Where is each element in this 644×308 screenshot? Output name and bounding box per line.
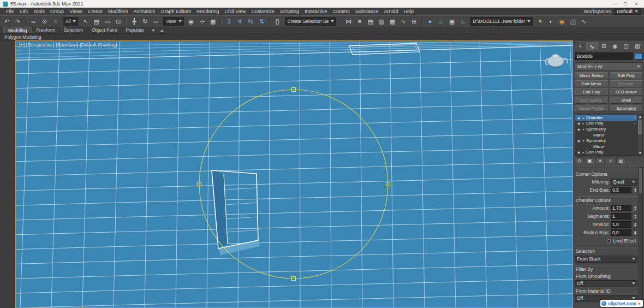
ribbon-panel-strip[interactable]: Polygon Modeling <box>0 34 644 40</box>
clip2net-watermark[interactable]: clip2net.com <box>600 300 643 307</box>
select-by-name-icon[interactable]: ▤ <box>91 16 102 26</box>
tab-populate[interactable]: Populate <box>121 27 148 33</box>
selection-source-dropdown[interactable]: From Stack <box>575 256 637 263</box>
tab-create[interactable]: + <box>575 42 586 50</box>
tension-input[interactable]: 1,0 <box>611 221 631 228</box>
tab-freeform[interactable]: Freeform <box>32 27 59 33</box>
visibility-icon[interactable]: ◉ <box>577 150 581 154</box>
menu-content[interactable]: Content <box>330 9 353 14</box>
bevel-profile-button[interactable]: Bevel Profile <box>575 105 609 112</box>
expand-icon[interactable]: ▾ <box>582 127 585 131</box>
tab-object-paint[interactable]: Object Paint <box>87 27 121 33</box>
toggle-ribbon-icon[interactable]: ▦ <box>387 16 397 26</box>
ribbon-minimize-icon[interactable] <box>158 27 166 33</box>
edit-mesh-button[interactable]: Edit Mesh <box>575 80 609 87</box>
expand-icon[interactable]: ▸ <box>582 150 585 154</box>
modifier-list-dropdown[interactable]: Modifier List <box>575 62 643 70</box>
light-icon[interactable]: ☀ <box>535 16 545 26</box>
scroll-thumb[interactable] <box>638 120 642 134</box>
select-and-scale-icon[interactable]: ▱ <box>151 16 161 26</box>
menu-group[interactable]: Group <box>47 9 67 14</box>
show-end-result-icon[interactable]: ▣ <box>585 157 594 164</box>
minimize-button[interactable]: — <box>610 1 619 8</box>
unlink-selection-icon[interactable]: ⊘ <box>39 16 50 26</box>
visibility-icon[interactable]: ◉ <box>577 116 581 120</box>
close-button[interactable]: × <box>631 1 641 8</box>
reference-coordinate-dropdown[interactable]: View <box>163 17 183 26</box>
expand-icon[interactable]: ▾ <box>582 139 585 143</box>
project-folder-dropdown[interactable]: D:\MODELLI...New folder <box>470 17 533 26</box>
menu-rendering[interactable]: Rendering <box>194 9 222 14</box>
spinner-snap-icon[interactable]: ⇅ <box>257 16 267 26</box>
undo-icon[interactable]: ↶ <box>2 16 12 26</box>
visibility-icon[interactable]: ◉ <box>577 127 581 131</box>
bind-to-space-warp-icon[interactable]: ≈ <box>50 16 61 26</box>
rendered-frame-window-icon[interactable]: ▣ <box>446 16 457 26</box>
ffd-4x4x4-button[interactable]: FFD 4x4x4 <box>610 88 643 96</box>
menu-views[interactable]: Views <box>67 9 85 14</box>
scroll-thumb[interactable] <box>639 168 642 193</box>
angle-snap-icon[interactable]: ∢ <box>235 16 245 26</box>
mirror-icon[interactable]: ⋈ <box>343 16 354 26</box>
mitering-dropdown[interactable]: Quad <box>611 179 637 186</box>
tab-modeling[interactable]: Modeling <box>3 27 32 33</box>
stats-icon[interactable]: ∿ <box>579 16 589 26</box>
mesh-select-button[interactable]: Mesh Select <box>575 72 609 79</box>
edit-named-selection-sets-icon[interactable]: {} <box>272 16 283 26</box>
object-name-input[interactable]: Box006 <box>575 52 633 60</box>
segments-input[interactable]: 1 <box>611 213 631 220</box>
radius-bias-spinner[interactable] <box>633 229 637 236</box>
menu-file[interactable]: File <box>3 9 17 14</box>
select-and-rotate-icon[interactable]: ↻ <box>140 16 150 26</box>
menu-edit[interactable]: Edit <box>17 9 31 14</box>
configure-modifier-sets-icon[interactable]: ▤ <box>616 157 625 164</box>
stack-edit-poly-1[interactable]: ◉ ▸ Edit Poly ▪ <box>575 121 637 127</box>
end-bias-input[interactable]: 0,5 <box>611 187 631 193</box>
menu-interactive[interactable]: Interactive <box>302 9 330 14</box>
edit-poly-button-1[interactable]: Edit Poly <box>610 72 643 79</box>
remove-modifier-icon[interactable]: × <box>606 157 615 164</box>
arnold-light-icon[interactable]: ◉ <box>557 16 567 26</box>
align-icon[interactable]: ≡ <box>354 16 365 26</box>
workspaces-dropdown[interactable]: Default <box>614 8 641 15</box>
schematic-view-icon[interactable]: ⊞ <box>409 16 419 26</box>
pin-stack-icon[interactable]: ⊙ <box>575 157 584 164</box>
menu-graph-editors[interactable]: Graph Editors <box>158 9 194 14</box>
ribbon-options-icon[interactable] <box>150 27 157 33</box>
viewport-canvas[interactable] <box>16 41 573 307</box>
rollout-scrollbar[interactable] <box>639 167 643 308</box>
render-production-icon[interactable]: ♨ <box>457 16 468 26</box>
expand-icon[interactable]: ▸ <box>582 116 585 120</box>
object-color-swatch[interactable] <box>635 53 643 60</box>
limit-effect-checkbox[interactable] <box>607 239 611 243</box>
menu-customize[interactable]: Customize <box>248 9 277 14</box>
shell-button[interactable]: Shell <box>610 97 643 104</box>
stack-symmetry-2[interactable]: ◉ ▾ Symmetry <box>575 138 637 144</box>
scroll-down-icon[interactable] <box>637 150 642 155</box>
from-smoothing-dropdown[interactable]: Off <box>575 280 637 287</box>
named-selection-sets-dropdown[interactable]: Create Selection Se <box>285 17 337 26</box>
curve-editor-icon[interactable]: ∿ <box>398 16 408 26</box>
viewport-perspective[interactable]: [+] [Perspective] [Standard] [Default Sh… <box>15 40 573 308</box>
selection-region-icon[interactable]: ▭ <box>102 16 112 26</box>
menu-create[interactable]: Create <box>85 9 105 14</box>
percent-snap-icon[interactable]: % <box>246 16 256 26</box>
tab-motion[interactable]: ◉ <box>610 42 621 50</box>
scroll-up-icon[interactable] <box>637 114 642 119</box>
viewport-label[interactable]: [+] [Perspective] [Standard] [Default Sh… <box>19 42 117 48</box>
tab-hierarchy[interactable]: ⊞ <box>598 42 610 50</box>
physical-camera-icon[interactable]: ◐ <box>546 16 556 26</box>
material-editor-icon[interactable]: ● <box>425 16 435 26</box>
stack-scrollbar[interactable] <box>637 114 642 155</box>
visibility-icon[interactable]: ◉ <box>577 139 581 143</box>
selection-filter-dropdown[interactable]: All <box>63 17 78 26</box>
edit-spline-button[interactable]: Edit Spline <box>575 97 609 104</box>
maximize-button[interactable]: □ <box>621 1 630 8</box>
tab-modify[interactable]: ∿ <box>586 42 599 50</box>
render-setup-icon[interactable]: ♨ <box>436 16 446 26</box>
redo-icon[interactable]: ↷ <box>13 16 23 26</box>
make-unique-icon[interactable]: ∗ <box>595 157 605 164</box>
tension-spinner[interactable] <box>633 221 637 228</box>
menu-arnold[interactable]: Arnold <box>381 9 401 14</box>
edit-poly-button-2[interactable]: Edit Poly <box>575 88 609 96</box>
